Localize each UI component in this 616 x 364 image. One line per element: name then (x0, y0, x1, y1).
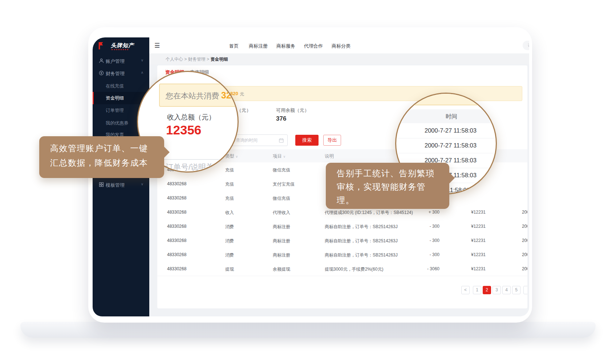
cell-type: 充值 (225, 167, 234, 173)
col-item[interactable]: 项目 ∨ (273, 153, 285, 159)
cell-amount: - 300 (404, 252, 439, 257)
col-desc: 说明 (325, 153, 334, 159)
table-row: 48330268 消费 商标注册 商标自助注册，订单号：SB2514263J -… (157, 219, 527, 234)
stat-label: 可用余额（元） (276, 107, 309, 114)
cell-order: 48330268 (167, 252, 186, 257)
cell-balance: ¥12231 (471, 210, 486, 215)
pagination-page-4[interactable]: 4 (502, 286, 511, 294)
lens-time-value: 2000-7-27 11:58:03 (425, 142, 477, 149)
cell-balance: ¥12231 (471, 266, 486, 271)
callout-right: 告别手工统计、告别繁琐 审核，实现智能财务管 理。 (326, 163, 449, 209)
cell-item: 商标注册 (273, 224, 290, 230)
callout-arrow-icon (164, 146, 170, 158)
table-row: 48330268 消费 商标注册 商标自助注册，订单号：SB2514263J -… (157, 233, 527, 248)
cell-type: 提现 (225, 266, 234, 272)
cell-order: 48330268 (167, 238, 186, 243)
lens-banner-text: 您在本站共消费 32124 大 (166, 90, 239, 101)
nav-home[interactable]: 首页 (229, 43, 239, 49)
pagination-page-2-active[interactable]: 2 (483, 286, 491, 294)
breadcrumb-part[interactable]: 个人中心 (166, 57, 183, 62)
callout-arrow-icon (449, 172, 455, 184)
cell-time: 2000-7-27 11:58:03 (522, 224, 527, 229)
sidebar-item-label: 账户管理 (106, 58, 125, 65)
cell-item: 商标注册 (273, 252, 290, 258)
cell-time: 2000-7-27 11:58:03 (522, 210, 527, 215)
cell-order: 48330268 (167, 224, 186, 229)
cell-time: 2000-7-27 11:58:03 (522, 238, 527, 243)
sidebar-item-finance[interactable]: 财务管理 ∧ (93, 67, 149, 80)
sidebar-item-online-recharge[interactable]: 在线充值 (93, 80, 149, 92)
active-indicator-bar (93, 92, 94, 104)
hamburger-menu-icon[interactable]: ☰ (154, 42, 160, 49)
cell-balance: ¥12231 (471, 224, 486, 229)
cell-item: 微信充值 (273, 195, 290, 202)
pagination-page-1[interactable]: 1 (473, 286, 481, 294)
col-type[interactable]: 类型 ∨ (225, 153, 238, 159)
search-button[interactable]: 搜索 (295, 135, 319, 146)
sort-caret-icon: ∨ (283, 155, 285, 158)
sidebar-item-label: 订单管理 (106, 108, 124, 114)
sort-caret-icon: ∨ (235, 155, 238, 158)
cell-type: 收入 (225, 210, 234, 216)
cell-item: 微信充值 (273, 167, 290, 173)
sidebar-item-templates[interactable]: 模板管理 ∨ (93, 179, 149, 191)
banner-unit: 元 (240, 91, 244, 97)
calendar-icon (279, 138, 284, 143)
breadcrumb-band: 个人中心 > 财务管理 > 资金明细 (149, 53, 529, 64)
cell-time: 2000-7-27 11:58:03 (522, 252, 527, 257)
breadcrumb-separator: > (184, 57, 187, 62)
finance-yen-icon (99, 70, 104, 76)
cell-balance: ¥12231 (471, 252, 486, 257)
cell-balance: ¥12231 (471, 238, 486, 243)
cell-desc: 商标自助注册，订单号：SB2514263J (325, 224, 398, 230)
col-item-label: 项目 (273, 154, 282, 159)
cell-amount: - 300 (404, 238, 439, 243)
cell-time: 2000-7-27 11:58:03 (522, 266, 527, 271)
callout-text-line: 高效管理账户订单、一键 (50, 143, 148, 154)
user-icon (99, 58, 104, 63)
lens-time-row: 2000-7-27 11:58:03 (396, 123, 496, 138)
cell-item: 支付宝充值 (273, 181, 295, 187)
cell-desc: 代理提成300元 (ID:1245，订单号：SB45124) (325, 210, 413, 216)
nav-agency[interactable]: 代理合作 (304, 43, 323, 49)
lens-time-header: 时间 (396, 109, 496, 123)
logo[interactable]: 头牌知产 (98, 42, 145, 53)
stat-available-balance: 可用余额（元） 376 (276, 107, 327, 125)
search-input[interactable]: 请输入商标名，申请号，申请人 (523, 41, 529, 50)
sidebar-item-label: 在线充值 (106, 83, 124, 89)
pagination-next-button[interactable] (523, 286, 527, 294)
template-grid-icon (99, 182, 104, 187)
nav-trademark-register[interactable]: 商标注册 (249, 43, 268, 49)
sidebar-item-label: 资金明细 (106, 95, 124, 101)
pagination-page-5[interactable]: 5 (512, 286, 520, 294)
cell-desc: 提现3000元，手续费2%(60元) (325, 266, 383, 272)
breadcrumb: 个人中心 > 财务管理 > 资金明细 (166, 56, 228, 62)
sidebar-item-label: 模板管理 (106, 182, 125, 189)
nav-trademark-services[interactable]: 商标服务 (276, 43, 295, 49)
chevron-down-icon: ∨ (141, 182, 143, 186)
callout-text-line: 告别手工统计、告别繁琐 (337, 168, 435, 179)
chevron-up-icon: ∧ (141, 70, 143, 74)
nav-trademark-category[interactable]: 商标分类 (332, 43, 350, 49)
table-row: 48330268 提现 余额提现 提现3000元，手续费2%(60元) - 30… (157, 262, 527, 276)
callout-left: 高效管理账户订单、一键 汇总数据，降低财务成本 (39, 136, 164, 178)
breadcrumb-part[interactable]: 财务管理 (188, 57, 206, 62)
export-button[interactable]: 导出 (323, 135, 341, 146)
laptop-mockup-stage: 头牌知产 账户管理 ∨ 财务管理 ∧ 在线充值 资金明细 订单管理 (0, 0, 616, 364)
brand-subtext-marks (112, 49, 128, 50)
callout-text-line: 汇总数据，降低财务成本 (50, 157, 148, 169)
pagination-page-3[interactable]: 3 (493, 286, 501, 294)
cell-order: 48330268 (167, 181, 186, 186)
sidebar-item-label: 财务管理 (106, 70, 125, 77)
brand-name: 头牌知产 (111, 42, 134, 49)
cell-desc: 商标自助注册，订单号：SB2514263J (325, 252, 398, 258)
cell-amount: - 3060 (404, 266, 439, 271)
cell-desc: 商标自助注册，订单号：SB2514263J (325, 238, 398, 244)
cell-type: 消费 (225, 224, 234, 230)
table-row: 48330268 消费 商标注册 商标自助注册，订单号：SB2514263J -… (157, 247, 527, 262)
cell-type: 消费 (225, 238, 234, 244)
pagination-prev-button[interactable]: < (461, 286, 470, 294)
sidebar-item-account[interactable]: 账户管理 ∨ (93, 55, 149, 67)
brand-flag-icon (98, 42, 104, 50)
cell-item: 余额提现 (273, 266, 290, 272)
